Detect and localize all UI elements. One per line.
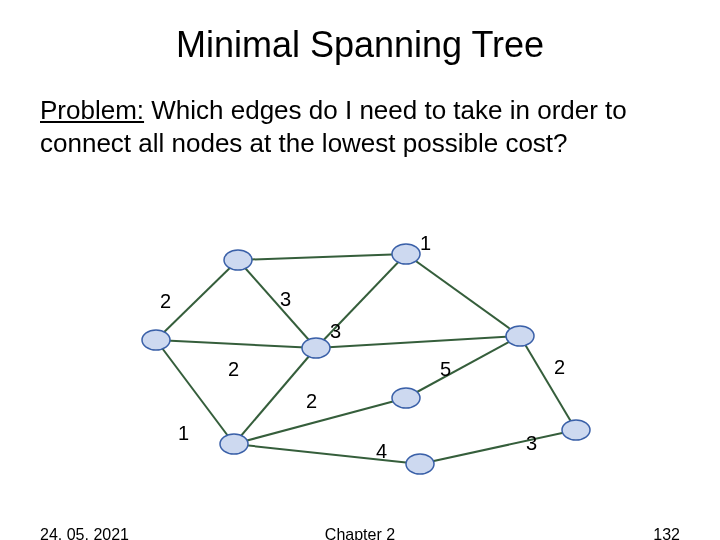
edge-weight: 1 (178, 422, 189, 445)
graph-edge (316, 336, 520, 348)
edge-weight: 3 (280, 288, 291, 311)
graph-edge (420, 430, 576, 464)
graph-node (142, 330, 170, 350)
graph-edge (406, 336, 520, 398)
edge-weight: 5 (440, 358, 451, 381)
edge-weight: 2 (306, 390, 317, 413)
problem-lead: Problem: (40, 95, 144, 125)
graph-edge (156, 340, 234, 444)
graph-node (224, 250, 252, 270)
graph-node (392, 244, 420, 264)
page-title: Minimal Spanning Tree (0, 0, 720, 66)
edge-weight: 2 (228, 358, 239, 381)
graph-edge (238, 254, 406, 260)
footer-date: 24. 05. 2021 (40, 526, 129, 540)
graph-node (562, 420, 590, 440)
edge-weight: 1 (420, 232, 431, 255)
graph-edge (406, 254, 520, 336)
edge-weight: 4 (376, 440, 387, 463)
graph-edge (520, 336, 576, 430)
graph-edge (234, 348, 316, 444)
graph-node (302, 338, 330, 358)
graph-svg (0, 240, 720, 500)
footer-chapter: Chapter 2 (325, 526, 395, 540)
graph-node (220, 434, 248, 454)
footer-page: 132 (653, 526, 680, 540)
graph-edge (234, 444, 420, 464)
graph-edge (234, 398, 406, 444)
graph-node (406, 454, 434, 474)
edge-weight: 2 (554, 356, 565, 379)
graph-node (506, 326, 534, 346)
edge-weight: 3 (330, 320, 341, 343)
graph-edge (238, 260, 316, 348)
problem-text: Problem: Which edges do I need to take i… (0, 66, 720, 159)
edge-weight: 2 (160, 290, 171, 313)
graph-edge (156, 340, 316, 348)
graph-area: 12332252431 (0, 240, 720, 500)
edge-weight: 3 (526, 432, 537, 455)
graph-node (392, 388, 420, 408)
